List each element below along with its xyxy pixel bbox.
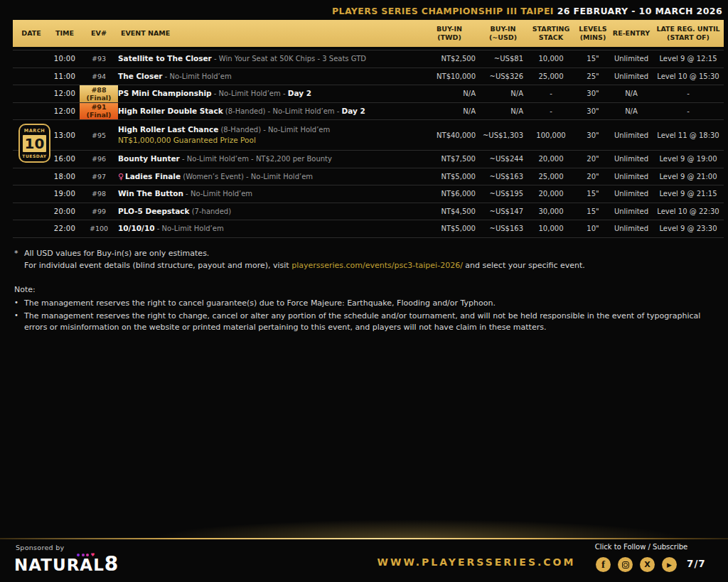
latereg-cell: Level 10 @ 22:30 [653, 208, 724, 215]
facebook-icon[interactable]: f [596, 557, 611, 572]
asterisk: * [14, 248, 24, 260]
event-name-cell: High Roller Double Stack (8-Handed) - No… [118, 106, 419, 117]
event-number-cell: #100 [80, 220, 118, 237]
buyin-twd-cell: NT$4,500 [419, 208, 480, 215]
youtube-icon[interactable]: ▶ [662, 557, 677, 572]
page-title-event: PLAYERS SERIES CHAMPIONSHIP III TAIPEI [332, 6, 554, 16]
reentry-cell: N/A [610, 107, 653, 115]
table-row: 10:00 #93 Satellite to The Closer - Win … [13, 50, 724, 68]
time-cell: 10:00 [50, 55, 80, 63]
stack-cell: 20,000 [526, 190, 576, 198]
levels-cell: 30" [576, 107, 610, 115]
force-majeure-note: The management reserves the right to can… [24, 298, 722, 309]
event-name-cell: PS Mini Championship - No-Limit Hold’em … [118, 88, 419, 99]
event-number-cell: #98 [80, 185, 118, 203]
event-name-cell: Bounty Hunter - No-Limit Hold’em - NT$2,… [118, 153, 419, 164]
follow-subscribe-label: Click to Follow / Subscribe [594, 543, 688, 551]
time-cell: 13:00 [50, 131, 80, 139]
event-number-cell: #94 [80, 68, 118, 85]
latereg-cell: Level 11 @ 18:30 [653, 131, 724, 139]
col-header-latereg: LATE REG. UNTIL(START OF) [653, 25, 724, 43]
page-title-dates: 26 FEBRUARY - 10 MARCH 2026 [554, 6, 722, 16]
col-header-time: TIME [50, 29, 80, 38]
buyin-usd-cell: ~US$163 [480, 225, 526, 232]
levels-cell: 15" [576, 190, 610, 198]
buyin-usd-cell: ~US$244 [480, 155, 526, 163]
stack-cell: 30,000 [526, 208, 576, 215]
levels-cell: 20" [576, 155, 610, 163]
table-row: 22:00 #100 10/10/10 - No-Limit Hold’em N… [13, 220, 724, 238]
x-icon[interactable]: X [640, 557, 655, 572]
latereg-cell: Level 9 @ 21:15 [653, 190, 724, 198]
note-label: Note: [14, 284, 722, 296]
table-row: 13:00 #95 High Roller Last Chance (8-Han… [13, 120, 724, 151]
buyin-usd-cell: N/A [480, 107, 526, 115]
levels-cell: 25" [576, 72, 610, 80]
reentry-cell: Unlimited [610, 131, 653, 139]
event-number-cell: #95 [80, 120, 118, 150]
buyin-twd-cell: NT$5,000 [419, 225, 480, 232]
table-row: 19:00 #98 Win The Button - No-Limit Hold… [13, 185, 724, 203]
latereg-cell: - [653, 107, 724, 115]
time-cell: 18:00 [50, 173, 80, 180]
col-header-starting-stack: STARTINGSTACK [526, 25, 576, 43]
event-number-cell-final-orange: #91 (Final) [80, 103, 118, 120]
natural8-logo[interactable]: NATURAL8 ♥ [14, 552, 119, 576]
reentry-cell: Unlimited [610, 208, 653, 215]
event-name-cell: PLO-5 Deepstack (7-handed) [118, 206, 419, 217]
time-cell: 12:00 [50, 107, 80, 115]
time-cell: 22:00 [50, 225, 80, 232]
instagram-icon[interactable] [618, 557, 633, 572]
col-header-buyin-twd: BUY-IN(TWD) [419, 25, 480, 43]
latereg-cell: Level 9 @ 12:15 [653, 55, 724, 63]
table-row: 12:00 #91 (Final) High Roller Double Sta… [13, 103, 724, 121]
time-cell: 20:00 [50, 208, 80, 215]
table-row: 20:00 #99 PLO-5 Deepstack (7-handed) NT$… [13, 203, 724, 221]
date-badge-month: MARCH [22, 128, 47, 134]
levels-cell: 20" [576, 173, 610, 180]
col-header-date: DATE [13, 29, 50, 38]
footnotes: * All USD values for Buy-in(s) are only … [14, 248, 722, 271]
reentry-cell: Unlimited [610, 155, 653, 163]
reentry-cell: Unlimited [610, 225, 653, 232]
event-number-cell-final-gold: #88 (Final) [80, 85, 118, 102]
stack-cell: 10,000 [526, 225, 576, 232]
time-cell: 11:00 [50, 72, 80, 80]
stack-cell: 25,000 [526, 72, 576, 80]
website-link[interactable]: WWW.PLAYERSSERIES.COM [370, 556, 583, 568]
event-number-cell: #99 [80, 203, 118, 220]
buyin-usd-cell: ~US$195 [480, 190, 526, 198]
bullet: • [14, 311, 24, 333]
event-name-cell: 10/10/10 - No-Limit Hold’em [118, 223, 419, 234]
reentry-cell: Unlimited [610, 173, 653, 180]
levels-cell: 15" [576, 208, 610, 215]
col-header-levels: LEVELS(MINS) [576, 25, 610, 43]
event-number-cell: #96 [80, 151, 118, 168]
latereg-cell: Level 9 @ 19:00 [653, 155, 724, 163]
time-cell: 16:00 [50, 155, 80, 163]
buyin-twd-cell: N/A [419, 107, 480, 115]
female-icon: ♀ [118, 172, 124, 181]
buyin-usd-cell: N/A [480, 90, 526, 97]
event-name-cell: Win The Button - No-Limit Hold’em [118, 188, 419, 199]
col-header-ev: EV# [80, 29, 118, 38]
col-header-reentry: RE-ENTRY [610, 29, 653, 38]
latereg-cell: Level 9 @ 23:30 [653, 225, 724, 232]
buyin-usd-cell: ~US$163 [480, 173, 526, 180]
stack-cell: - [526, 107, 576, 115]
event-name-cell: ♀Ladies Finale (Women’s Event) - No-Limi… [118, 171, 419, 182]
buyin-twd-cell: NT$2,500 [419, 55, 480, 63]
latereg-cell: - [653, 90, 724, 97]
schedule-change-note: The management reserves the right to cha… [24, 311, 722, 333]
buyin-twd-cell: NT$40,000 [419, 131, 480, 139]
stack-cell: - [526, 90, 576, 97]
heart-icon: ♥ [91, 554, 95, 556]
event-name-cell: The Closer - No-Limit Hold’em [118, 71, 419, 82]
event-name-cell: Satellite to The Closer - Win Your Seat … [118, 53, 419, 64]
event-number-cell: #97 [80, 168, 118, 185]
table-row: 18:00 #97 ♀Ladies Finale (Women’s Event)… [13, 168, 724, 186]
buyin-usd-cell: ~US$147 [480, 208, 526, 215]
buyin-usd-cell: ~US$326 [480, 72, 526, 80]
event-details-link[interactable]: playersseries.com/events/psc3-taipei-202… [291, 261, 463, 270]
guarantee-line: NT$1,000,000 Guaranteed Prize Pool [118, 135, 414, 146]
